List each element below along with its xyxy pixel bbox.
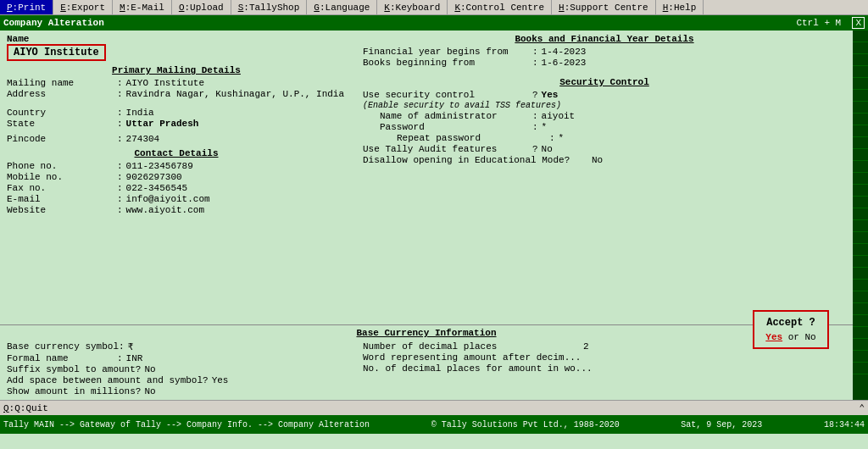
- menu-help[interactable]: H:Help: [656, 0, 704, 14]
- main-content: Name AIYO Institute Primary Mailing Deta…: [0, 30, 853, 400]
- address-row: Address : Ravindra Nagar, Kushinagar, U.…: [7, 89, 346, 99]
- tally-audit-row: Use Tally Audit features ? No: [363, 144, 846, 154]
- mobile-value: 9026297300: [126, 172, 182, 182]
- menu-keyboard[interactable]: K:Keyboard: [377, 0, 448, 14]
- company-name-box: AIYO Institute: [7, 44, 106, 61]
- accept-or: or: [788, 332, 805, 342]
- word-decimal-row: Word representing amount after decim...: [363, 352, 846, 363]
- pincode-value: 274304: [126, 134, 160, 144]
- accept-yes-button[interactable]: Yes: [765, 332, 782, 342]
- formal-name-row: Formal name : INR: [7, 353, 346, 363]
- scroll-up-indicator[interactable]: ⌃: [859, 402, 865, 413]
- nav-path: Tally MAIN --> Gateway of Tally --> Comp…: [3, 420, 370, 430]
- country-label: Country: [7, 108, 117, 118]
- menu-control-centre[interactable]: K:Control Centre: [448, 0, 552, 14]
- menu-support[interactable]: H:Support Centre: [552, 0, 656, 14]
- pincode-label: Pincode: [7, 134, 117, 144]
- address-label: Address: [7, 89, 117, 99]
- phone-label: Phone no.: [7, 161, 117, 171]
- admin-name-row: Name of administrator : aiyoit: [380, 111, 846, 121]
- suffix-row: Suffix symbol to amount ? No: [7, 364, 346, 374]
- sidebar-line: [853, 280, 868, 291]
- sidebar-line: [853, 54, 868, 66]
- form-columns: Name AIYO Institute Primary Mailing Deta…: [7, 34, 846, 216]
- website-row: Website : www.aiyoit.com: [7, 205, 346, 215]
- menu-upload[interactable]: O:Upload: [172, 0, 231, 14]
- currency-left: Base currency symbol : ₹ Formal name : I…: [7, 341, 346, 397]
- books-financial-title: Books and Financial Year Details: [363, 34, 846, 44]
- sidebar-line: [853, 173, 868, 185]
- menu-language[interactable]: G:Language: [307, 0, 377, 14]
- mailing-name-row: Mailing name : AIYO Institute: [7, 78, 346, 88]
- address-value: Ravindra Nagar, Kushinagar, U.P., India: [126, 89, 344, 99]
- disallow-value: No: [592, 155, 603, 165]
- password-label: Password: [380, 122, 532, 132]
- password-row: Password : *: [380, 122, 846, 132]
- disallow-label: Disallow opening in Educational Mode?: [363, 155, 592, 165]
- add-space-row: Add space between amount and symbol ? Ye…: [7, 375, 346, 385]
- symbol-label: Base currency symbol: [7, 341, 119, 352]
- repeat-password-value: *: [559, 133, 565, 143]
- sidebar-line: [853, 363, 868, 374]
- right-sidebar: [853, 30, 868, 400]
- name-heading: Name: [7, 34, 346, 44]
- sidebar-line: [853, 232, 868, 244]
- base-currency-section: Base Currency Information Base currency …: [0, 324, 853, 400]
- left-column: Name AIYO Institute Primary Mailing Deta…: [7, 34, 346, 216]
- state-value: Uttar Pradesh: [126, 119, 199, 129]
- formal-name-value: INR: [126, 353, 143, 363]
- close-button[interactable]: X: [852, 17, 865, 29]
- sidebar-line: [853, 125, 868, 137]
- admin-name-value: aiyoit: [542, 111, 576, 121]
- use-security-row: Use security control ? Yes: [363, 90, 846, 100]
- tally-audit-value: No: [542, 144, 553, 154]
- formal-name-label: Formal name: [7, 353, 117, 363]
- millions-label: Show amount in millions: [7, 386, 136, 396]
- password-value: *: [542, 122, 548, 132]
- menu-tallyshop[interactable]: S:TallyShop: [231, 0, 308, 14]
- sidebar-line: [853, 78, 868, 90]
- copyright: © Tally Solutions Pvt Ltd., 1988-2020: [431, 420, 620, 430]
- fy-begins-label: Financial year begins from: [363, 47, 532, 57]
- main-layout: Name AIYO Institute Primary Mailing Deta…: [0, 30, 868, 400]
- state-row: State : Uttar Pradesh: [7, 119, 346, 129]
- phone-value: 011-23456789: [126, 161, 193, 171]
- suffix-label: Suffix symbol to amount: [7, 364, 136, 374]
- admin-name-label: Name of administrator: [380, 111, 532, 121]
- millions-value: No: [144, 386, 155, 396]
- sidebar-line: [853, 303, 868, 315]
- sidebar-line: [853, 185, 868, 197]
- menu-print[interactable]: P:Print: [0, 0, 53, 14]
- base-currency-title: Base Currency Information: [7, 328, 846, 338]
- sidebar-line: [853, 291, 868, 303]
- company-name: AIYO Institute: [14, 47, 99, 58]
- quit-item[interactable]: Q:Q:Quit: [3, 403, 48, 413]
- add-space-label: Add space between amount and symbol: [7, 375, 203, 385]
- sidebar-line: [853, 315, 868, 327]
- sidebar-line: [853, 197, 868, 208]
- menu-export[interactable]: E:Export: [53, 0, 113, 14]
- website-label: Website: [7, 205, 117, 215]
- sidebar-line: [853, 66, 868, 78]
- security-note: (Enable security to avail TSS features): [363, 101, 846, 110]
- sidebar-line: [853, 149, 868, 161]
- fy-begins-row: Financial year begins from : 1-4-2023: [363, 47, 846, 57]
- sidebar-line: [853, 339, 868, 351]
- status-date: Sat, 9 Sep, 2023: [681, 420, 762, 430]
- mailing-name-label: Mailing name: [7, 78, 117, 88]
- decimal-places-label: Number of decimal places: [363, 341, 583, 352]
- state-label: State: [7, 119, 117, 129]
- accept-title: Accept ?: [763, 317, 819, 329]
- repeat-password-row: Repeat password : *: [380, 133, 846, 143]
- accept-no-button[interactable]: No: [805, 332, 816, 342]
- sidebar-line: [853, 208, 868, 220]
- word-decimal-label: Word representing amount after decim...: [363, 352, 583, 363]
- country-row: Country : India: [7, 108, 346, 118]
- sidebar-line: [853, 220, 868, 232]
- books-begins-label: Books beginning from: [363, 58, 532, 68]
- menu-email[interactable]: M:E-Mail: [113, 0, 172, 14]
- sidebar-line: [853, 161, 868, 173]
- sidebar-line: [853, 102, 868, 114]
- website-value: www.aiyoit.com: [126, 205, 204, 215]
- menu-bar: P:Print E:Export M:E-Mail O:Upload S:Tal…: [0, 0, 868, 15]
